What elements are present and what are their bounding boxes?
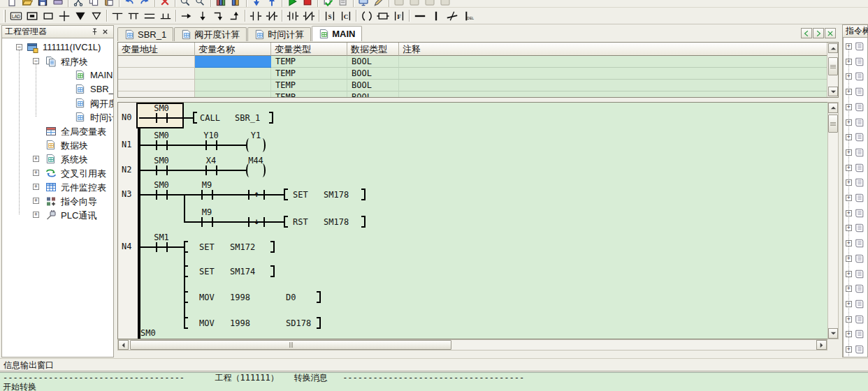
contact-symbol[interactable] [154,189,169,200]
upload-icon[interactable] [264,0,280,8]
table-cell[interactable] [399,68,828,80]
scroll-up-icon[interactable] [828,43,838,53]
table-cell[interactable] [195,80,271,91]
tab-close-icon[interactable] [825,28,836,38]
instruction-block[interactable]: MOV1998SD178 [184,316,321,330]
scrollbar-thumb[interactable] [828,57,838,75]
arrow-down-icon[interactable] [194,8,210,23]
edit-icon[interactable] [371,0,386,8]
tree-item-阀开度计算[interactable]: 阀开度计算 [2,96,113,110]
instruction-block[interactable]: SETSM178 [284,188,366,202]
contact-symbol[interactable] [200,216,215,228]
table-cell[interactable] [118,56,195,68]
draw-hline-icon[interactable] [412,8,428,23]
expand-icon[interactable]: + [846,73,852,80]
falling-edge-symbol[interactable]: ↓ [247,216,266,228]
column-header-数据类型[interactable]: 数据类型 [347,43,399,56]
compile-all-icon[interactable] [335,0,351,8]
expand-icon[interactable]: + [846,271,852,277]
close-icon[interactable] [100,27,110,37]
expand-icon[interactable]: + [846,195,852,201]
erase-line-icon[interactable] [444,8,460,23]
expand-icon[interactable]: + [846,225,852,231]
expand-icon[interactable]: + [846,134,852,140]
scroll-left-icon[interactable] [118,340,129,350]
ladder-horizontal-scrollbar[interactable] [117,339,827,351]
coil-symbol[interactable] [245,163,267,177]
editor-tab-时间计算[interactable]: 时间计算 [247,27,311,41]
table-cell[interactable] [399,56,828,68]
expand-icon[interactable]: + [33,156,39,162]
table-cell[interactable] [195,91,271,98]
rising-edge-symbol[interactable]: ↑ [247,189,266,200]
ladder-vertical-scrollbar[interactable] [827,102,839,339]
branch-tool-2-icon[interactable] [125,8,141,23]
disabled-button-icon[interactable] [422,0,437,8]
tree-item-指令向导[interactable]: +指令向导 [2,194,113,208]
down-hollow-icon[interactable] [88,8,104,23]
tree-item-MAIN[interactable]: MAIN [2,68,113,82]
delete-icon[interactable] [157,0,173,8]
copy-icon[interactable] [86,0,101,8]
coil-out-icon[interactable] [359,8,375,23]
crosshair-icon[interactable] [56,8,72,23]
cut-icon[interactable] [71,0,86,8]
expand-icon[interactable]: + [846,43,852,50]
stop-icon[interactable] [300,0,315,8]
editor-tab-SBR_1[interactable]: SBR_1 [117,27,173,41]
net-box-icon[interactable] [24,8,40,23]
expand-icon[interactable]: + [846,286,852,292]
expand-icon[interactable]: + [33,184,39,190]
tab-next-icon[interactable] [813,28,824,38]
tree-item-PLC通讯[interactable]: +PLC通讯 [2,208,113,222]
column-header-变量类型[interactable]: 变量类型 [271,43,347,56]
table-cell[interactable]: TEMP [271,80,347,91]
draw-vline-icon[interactable] [428,8,444,23]
expand-icon[interactable]: + [846,89,852,95]
disabled-button-icon[interactable] [407,0,422,8]
instruction-block[interactable]: CALLSBR_1 [193,111,273,125]
tree-item-系统块[interactable]: +系统块 [2,152,113,166]
table-cell[interactable] [399,91,828,98]
paste-icon[interactable] [101,0,117,8]
column-header-变量名称[interactable]: 变量名称 [195,43,271,56]
expand-icon[interactable]: + [846,104,852,110]
tree-item-111111(IVC1L)[interactable]: −111111(IVC1L) [2,40,113,54]
ladder-editor-canvas[interactable]: N0SM0CALLSBR_1N1SM0Y10Y1N2SM0X4M44N3SM0M… [117,102,827,339]
table-cell[interactable]: BOOL [347,80,399,91]
undo-icon[interactable] [122,0,137,8]
del-vline-icon[interactable]: DEL [460,8,476,23]
arrow-up-right-icon[interactable] [226,8,243,23]
instruction-block[interactable]: SETSM174 [184,265,275,279]
table-cell[interactable] [195,68,271,80]
library-icon[interactable] [213,0,229,8]
branch-tool-4-icon[interactable] [157,8,173,23]
branch-tool-1-icon[interactable] [109,8,125,23]
download-icon[interactable] [249,0,264,8]
expand-icon[interactable]: + [846,331,852,337]
empty-box-icon[interactable] [40,8,56,23]
expand-icon[interactable]: + [846,316,852,323]
scroll-down-icon[interactable] [828,328,838,339]
expand-icon[interactable]: + [846,301,852,307]
table-cell[interactable]: BOOL [347,91,399,98]
tree-item-时间计算[interactable]: 时间计算 [2,110,113,124]
expand-icon[interactable]: + [33,198,39,204]
expand-icon[interactable]: + [846,240,852,246]
expand-icon[interactable]: + [846,165,852,171]
contact-symbol[interactable] [154,165,169,176]
table-cell[interactable]: BOOL [347,56,399,68]
collapse-icon[interactable]: − [33,58,39,64]
lad-mode-icon[interactable]: LAD [8,8,24,23]
table-cell[interactable] [118,91,195,98]
tree-item-SBR_1[interactable]: SBR_1 [2,82,113,96]
instruction-block[interactable]: SETSM172 [184,240,275,254]
compile-icon[interactable] [320,0,335,8]
coil-rst-icon[interactable]: C [338,8,354,23]
expand-icon[interactable]: + [846,210,852,216]
contact-nc-icon[interactable] [263,8,280,23]
table-cell[interactable] [195,56,271,68]
collapse-icon[interactable]: − [16,44,22,50]
contact-symbol[interactable] [154,242,169,253]
scroll-up-icon[interactable] [828,103,838,113]
